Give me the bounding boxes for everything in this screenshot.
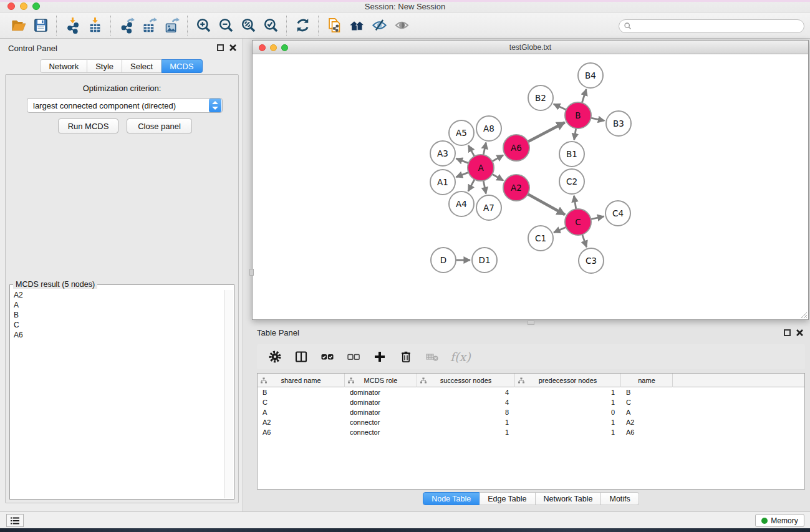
tab-edge-table[interactable]: Edge Table	[480, 492, 535, 505]
desktop-vertical-scroll-thumb[interactable]	[249, 269, 254, 276]
graph-node-C1[interactable]: C1	[528, 226, 553, 251]
import-table-icon[interactable]	[84, 14, 106, 37]
graph-node-A7[interactable]: A7	[476, 195, 501, 220]
network-view-window[interactable]: testGlobe.txt B4B2BB3A8A5A6A3B1AC2A1A2A4…	[252, 40, 809, 320]
network-canvas[interactable]: B4B2BB3A8A5A6A3B1AC2A1A2A4A7C4CC1DD1C3	[253, 54, 808, 319]
edge-B-B3[interactable]	[591, 118, 605, 120]
graph-node-B3[interactable]: B3	[606, 111, 631, 136]
edge-C-C1[interactable]	[554, 227, 566, 233]
zoom-selected-icon[interactable]	[259, 14, 282, 37]
edge-A-A6[interactable]	[492, 155, 503, 162]
column-header-shared-name[interactable]: shared name	[258, 374, 345, 387]
graph-node-C[interactable]: C	[565, 209, 591, 235]
delete-column-icon[interactable]	[394, 346, 418, 367]
memory-button[interactable]: Memory	[755, 514, 804, 527]
graph-node-D1[interactable]: D1	[472, 248, 497, 273]
search-input[interactable]	[635, 21, 804, 32]
split-columns-icon[interactable]	[289, 346, 313, 367]
table-row[interactable]: Cdominator41C	[258, 397, 804, 407]
edge-B-B2[interactable]	[554, 104, 566, 110]
export-image-icon[interactable]	[160, 14, 183, 37]
export-network-icon[interactable]	[115, 14, 138, 37]
graph-node-A3[interactable]: A3	[430, 141, 455, 166]
result-scrollbar[interactable]	[224, 290, 233, 498]
graph-node-A1[interactable]: A1	[430, 170, 455, 195]
table-row[interactable]: Bdominator41B	[258, 387, 804, 397]
result-item[interactable]: A6	[11, 330, 224, 340]
tab-style[interactable]: Style	[87, 59, 122, 73]
add-column-icon[interactable]	[368, 346, 392, 367]
refresh-icon[interactable]	[291, 14, 314, 37]
graph-node-C2[interactable]: C2	[559, 169, 584, 194]
zoom-in-icon[interactable]	[192, 14, 215, 37]
edge-A-A2[interactable]	[492, 174, 503, 180]
run-mcds-button[interactable]: Run MCDS	[58, 118, 118, 133]
tab-node-table[interactable]: Node Table	[423, 492, 480, 505]
graph-node-B4[interactable]: B4	[578, 63, 603, 88]
node-table[interactable]: shared nameMCDS rolesuccessor nodesprede…	[257, 373, 805, 490]
edge-A-A3[interactable]	[456, 158, 469, 163]
graph-node-A8[interactable]: A8	[476, 116, 501, 141]
import-network-icon[interactable]	[61, 14, 84, 37]
table-row[interactable]: A6connector11A6	[258, 427, 804, 437]
edge-B-B4[interactable]	[582, 89, 586, 103]
network-window-titlebar[interactable]: testGlobe.txt	[253, 41, 808, 54]
column-header-successor-nodes[interactable]: successor nodes	[417, 374, 515, 387]
tab-motifs[interactable]: Motifs	[601, 492, 639, 505]
graph-node-D[interactable]: D	[431, 248, 456, 273]
tab-network-table[interactable]: Network Table	[536, 492, 602, 505]
table-row[interactable]: Adominator80A	[258, 407, 804, 417]
graph-node-A5[interactable]: A5	[449, 120, 474, 145]
edge-C-C4[interactable]	[591, 216, 604, 220]
graph-node-A[interactable]: A	[468, 155, 494, 181]
edge-A-A8[interactable]	[483, 143, 486, 155]
edge-A-A7[interactable]	[483, 181, 486, 194]
edge-A-A5[interactable]	[468, 145, 475, 157]
hide-selected-icon[interactable]	[368, 14, 390, 37]
graph-node-A2[interactable]: A2	[503, 175, 529, 201]
float-panel-icon[interactable]	[217, 44, 224, 51]
graph-node-B[interactable]: B	[565, 102, 591, 128]
deselect-all-icon[interactable]	[342, 346, 365, 367]
tab-mcds[interactable]: MCDS	[162, 59, 202, 73]
edge-A-A4[interactable]	[468, 180, 475, 191]
graph-node-A4[interactable]: A4	[449, 191, 474, 216]
edge-A2-C[interactable]	[528, 194, 565, 215]
desktop-horizontal-scroll-thumb[interactable]	[528, 321, 534, 325]
search-field[interactable]	[619, 19, 804, 33]
delete-table-icon[interactable]	[420, 346, 444, 367]
table-row[interactable]: A2connector11A2	[258, 417, 804, 427]
zoom-fit-icon[interactable]	[237, 14, 259, 37]
select-all-icon[interactable]	[316, 346, 339, 367]
edge-A-A1[interactable]	[456, 172, 469, 177]
result-item[interactable]: B	[11, 310, 224, 320]
save-session-icon[interactable]	[29, 14, 52, 37]
home-icon[interactable]	[345, 14, 368, 37]
result-item[interactable]: C	[11, 320, 224, 330]
tab-select[interactable]: Select	[122, 59, 162, 73]
graph-node-C3[interactable]: C3	[579, 248, 604, 273]
show-all-icon[interactable]	[390, 14, 413, 37]
column-header-predecessor-nodes[interactable]: predecessor nodes	[515, 374, 621, 387]
result-item[interactable]: A	[11, 300, 224, 310]
zoom-out-icon[interactable]	[215, 14, 237, 37]
edge-C-C2[interactable]	[574, 196, 576, 210]
edge-B-B1[interactable]	[574, 128, 576, 140]
export-table-icon[interactable]	[138, 14, 160, 37]
edge-C-C3[interactable]	[582, 235, 587, 247]
edge-A6-B[interactable]	[528, 122, 565, 142]
graph-node-B1[interactable]: B1	[559, 142, 584, 167]
task-history-button[interactable]	[6, 514, 24, 527]
graph-node-B2[interactable]: B2	[528, 85, 553, 110]
function-builder-icon[interactable]: f(x)	[450, 350, 471, 364]
result-item[interactable]: A2	[11, 290, 224, 300]
resize-grip[interactable]	[799, 311, 808, 319]
table-float-icon[interactable]	[784, 329, 791, 336]
criterion-dropdown[interactable]: largest connected component (directed)	[27, 98, 223, 113]
graph-node-C4[interactable]: C4	[605, 201, 630, 226]
close-panel-icon[interactable]	[229, 44, 237, 52]
settings-gear-icon[interactable]	[263, 346, 287, 367]
close-panel-button[interactable]: Close panel	[127, 118, 192, 133]
open-session-icon[interactable]	[7, 14, 29, 37]
column-header-name[interactable]: name	[621, 374, 673, 387]
